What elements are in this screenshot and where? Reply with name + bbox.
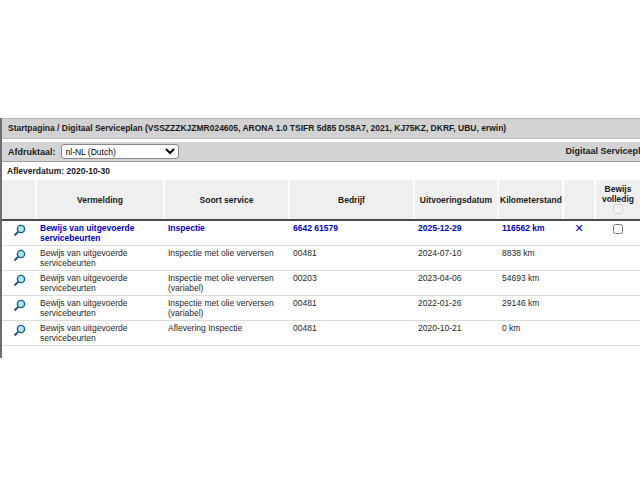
magnifier-icon[interactable] (13, 299, 26, 312)
magnifier-icon[interactable] (13, 324, 26, 337)
soort-service-value: Aflevering Inspectie (168, 323, 242, 333)
vermelding-value: Bewijs van uitgevoerde servicebeurten (40, 323, 127, 343)
bewijs-volledig-checkbox[interactable] (613, 224, 623, 234)
header-bewijs-volledig-label: Bewijs volledig (597, 184, 639, 204)
row-detail-cell (2, 220, 36, 246)
header-soort-service: Soort service (164, 180, 289, 220)
language-label: Afdruktaal: (8, 147, 56, 157)
bedrijf-value: 00481 (293, 298, 317, 308)
row-detail-cell (2, 321, 36, 346)
bedrijf-value: 00481 (293, 323, 317, 333)
row-detail-cell (2, 246, 36, 271)
soort-service-value: Inspectie met olie verversen (variabel) (168, 298, 274, 318)
vermelding-value: Bewijs van uitgevoerde servicebeurten (40, 298, 127, 318)
magnifier-icon[interactable] (13, 224, 26, 237)
kilometerstand-value[interactable]: 116562 km (502, 223, 545, 233)
magnifier-icon[interactable] (13, 274, 26, 287)
vermelding-link[interactable]: Bewijs van uitgevoerde servicebeurten (40, 223, 134, 243)
table-row: Bewijs van uitgevoerde servicebeurten In… (2, 246, 640, 271)
bedrijf-value: 00203 (293, 273, 317, 283)
row-detail-cell (2, 271, 36, 296)
bedrijf-value: 00481 (293, 248, 317, 258)
delivery-date-label: Afleverdatum: 2020-10-30 (2, 162, 640, 178)
row-detail-cell (2, 296, 36, 321)
header-icon-column (2, 180, 36, 220)
soort-service-value: Inspectie met olie verversen (168, 248, 274, 258)
breadcrumb: Startpagina / Digitaal Serviceplan (VSSZ… (2, 118, 640, 139)
bedrijf-value[interactable]: 6642 61579 (293, 223, 338, 233)
uitvoeringsdatum-value: 2020-10-21 (418, 323, 461, 333)
table-row: Bewijs van uitgevoerde servicebeurten Af… (2, 321, 640, 346)
language-select[interactable]: nl-NL (Dutch) (61, 144, 179, 159)
header-kilometerstand: Kilometerstand (498, 180, 563, 220)
page-title: Digitaal Serviceplan (565, 146, 640, 156)
table-row: Bewijs van uitgevoerde servicebeurten In… (2, 296, 640, 321)
uitvoeringsdatum-value: 2024-07-10 (418, 248, 461, 258)
uitvoeringsdatum-value: 2022-01-26 (418, 298, 461, 308)
header-vermelding: Vermelding (36, 180, 164, 220)
uitvoeringsdatum-value: 2023-04-06 (418, 273, 461, 283)
kilometerstand-value: 8838 km (502, 248, 535, 258)
bewijs-volledig-header-checkbox (613, 204, 623, 214)
vermelding-value: Bewijs van uitgevoerde servicebeurten (40, 248, 127, 268)
header-uitvoeringsdatum: Uitvoeringsdatum (414, 180, 498, 220)
kilometerstand-value: 29146 km (502, 298, 539, 308)
vermelding-value: Bewijs van uitgevoerde servicebeurten (40, 273, 127, 293)
soort-service-value[interactable]: Inspectie (168, 223, 205, 233)
magnifier-icon[interactable] (13, 249, 26, 262)
table-row: Bewijs van uitgevoerde servicebeurten In… (2, 220, 640, 246)
kilometerstand-value: 0 km (502, 323, 520, 333)
header-status-column (563, 180, 595, 220)
uitvoeringsdatum-value[interactable]: 2025-12-29 (418, 223, 461, 233)
content-frame: Startpagina / Digitaal Serviceplan (VSSZ… (0, 118, 640, 358)
print-language-toolbar: Afdruktaal: nl-NL (Dutch) Digitaal Servi… (2, 142, 640, 162)
header-bewijs-volledig: Bewijs volledig (595, 180, 640, 220)
soort-service-value: Inspectie met olie verversen (variabel) (168, 273, 274, 293)
table-row: Bewijs van uitgevoerde servicebeurten In… (2, 271, 640, 296)
table-header-row: Vermelding Soort service Bedrijf Uitvoer… (2, 180, 640, 220)
incomplete-cross-icon[interactable]: ✕ (574, 222, 583, 235)
kilometerstand-value: 54693 km (502, 273, 539, 283)
header-bedrijf: Bedrijf (289, 180, 414, 220)
service-history-table: Vermelding Soort service Bedrijf Uitvoer… (2, 180, 640, 346)
